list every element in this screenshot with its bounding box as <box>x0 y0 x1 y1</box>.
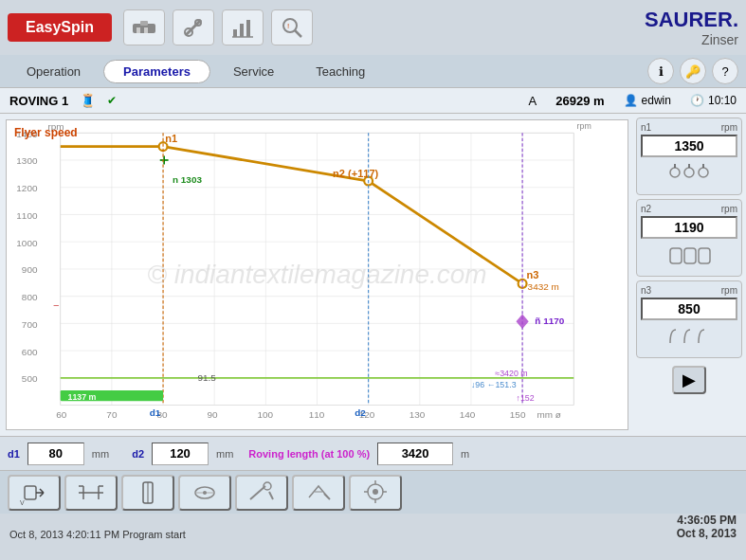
svg-line-109 <box>250 486 265 499</box>
n1-value[interactable]: 1350 <box>641 135 737 157</box>
header-icons: ! <box>123 9 313 45</box>
status-mid: A 26929 m 👤 edwin 🕐 10:10 <box>529 94 737 108</box>
svg-text:n3: n3 <box>527 269 539 280</box>
d1-unit: mm <box>92 448 109 460</box>
svg-rect-97 <box>25 486 36 499</box>
svg-text:1000: 1000 <box>16 238 38 248</box>
header-icon-tool[interactable] <box>173 9 214 45</box>
n3-icon <box>641 322 737 353</box>
clock-icon: 🕐 <box>690 94 704 107</box>
svg-text:70: 70 <box>106 409 118 420</box>
footer-time: 4:36:05 PM <box>677 514 737 527</box>
header: EasySpin ! SAURER. Zinser <box>0 0 746 55</box>
bottom-toolbar: V <box>0 470 746 514</box>
toolbar-btn-4[interactable] <box>178 475 231 511</box>
toolbar-btn-7[interactable] <box>349 475 402 511</box>
svg-rect-2 <box>144 27 148 33</box>
toolbar-btn-1[interactable]: V <box>8 475 61 511</box>
roving-icon: 🧵 <box>80 93 96 108</box>
roving-length-label: Roving length (at 100 %) <box>248 448 370 460</box>
roving-length-input[interactable] <box>377 443 453 465</box>
svg-text:ñ 1170: ñ 1170 <box>535 316 564 326</box>
svg-text:n 1303: n 1303 <box>173 174 202 185</box>
svg-rect-1 <box>136 27 140 33</box>
main-content: Flyer speed © indiantextilemagazine.com <box>0 114 746 436</box>
svg-text:n2 (+117): n2 (+117) <box>333 168 379 179</box>
n3-value[interactable]: 850 <box>641 298 737 320</box>
n1-label: n1 <box>641 122 651 133</box>
svg-text:1137 m: 1137 m <box>67 392 96 402</box>
key-icon-btn[interactable]: 🔑 <box>680 58 706 84</box>
svg-text:rpm: rpm <box>577 121 591 131</box>
toolbar-btn-3[interactable] <box>121 475 174 511</box>
n3-label-row: n3 rpm <box>641 285 737 296</box>
app-logo: EasySpin <box>8 13 112 42</box>
user-icon: 👤 <box>624 94 638 107</box>
svg-text:900: 900 <box>22 264 38 275</box>
chart-area: Flyer speed © indiantextilemagazine.com <box>6 119 628 430</box>
toolbar-btn-5[interactable] <box>235 475 288 511</box>
svg-rect-96 <box>699 248 710 263</box>
status-time: 🕐 10:10 <box>690 94 737 107</box>
n2-icon <box>641 241 737 272</box>
svg-point-108 <box>203 491 207 495</box>
n1-group: n1 rpm 1350 <box>636 117 742 195</box>
svg-point-114 <box>373 489 378 495</box>
svg-text:90: 90 <box>207 409 218 420</box>
svg-rect-94 <box>670 248 682 263</box>
n1-unit: rpm <box>721 122 737 133</box>
svg-line-4 <box>186 20 201 35</box>
svg-text:60: 60 <box>56 409 67 420</box>
svg-text:n1: n1 <box>165 133 177 144</box>
chart-svg: 1400 1300 1200 1100 1000 900 800 700 600… <box>7 120 628 429</box>
svg-text:150: 150 <box>510 409 526 420</box>
status-check-icon: ✔ <box>107 94 117 107</box>
tab-teaching[interactable]: Teaching <box>297 61 384 82</box>
status-user: 👤 edwin <box>624 94 671 107</box>
username: edwin <box>642 94 671 107</box>
svg-text:1300: 1300 <box>16 155 38 166</box>
svg-point-88 <box>670 168 680 177</box>
header-icon-chart[interactable] <box>222 9 264 45</box>
time-value: 10:10 <box>708 94 737 107</box>
footer-log: Oct 8, 2013 4:20:11 PM Program start <box>9 529 186 540</box>
status-letter: A <box>529 94 537 108</box>
help-icon-btn[interactable]: ? <box>712 58 738 84</box>
svg-text:d2: d2 <box>355 407 366 418</box>
tab-parameters[interactable]: Parameters <box>103 60 210 83</box>
next-arrow-button[interactable]: ▶ <box>672 366 706 394</box>
svg-text:V: V <box>20 499 25 506</box>
right-panel: n1 rpm 1350 n2 rpm 1190 <box>632 114 746 436</box>
svg-text:800: 800 <box>22 292 38 302</box>
svg-point-90 <box>699 168 708 177</box>
d2-label: d2 <box>132 448 144 460</box>
n3-unit: rpm <box>721 285 737 296</box>
svg-text:!: ! <box>287 22 289 30</box>
n2-label-row: n2 rpm <box>641 204 737 214</box>
n3-label: n3 <box>641 285 651 296</box>
tab-operation[interactable]: Operation <box>8 61 100 82</box>
input-row: d1 mm d2 mm Roving length (at 100 %) m <box>0 436 746 470</box>
d2-input[interactable] <box>152 443 209 465</box>
svg-text:1100: 1100 <box>16 210 38 221</box>
n1-label-row: n1 rpm <box>641 122 737 133</box>
svg-point-11 <box>283 19 297 32</box>
toolbar-btn-2[interactable] <box>64 475 118 511</box>
d2-unit: mm <box>216 448 233 460</box>
saurer-logo: SAURER. Zinser <box>645 8 738 47</box>
header-icon-machine[interactable] <box>123 9 165 45</box>
n2-label: n2 <box>641 204 651 214</box>
n2-value[interactable]: 1190 <box>641 216 737 239</box>
svg-rect-3 <box>140 21 148 26</box>
status-bar: ROVING 1 🧵 ✔ A 26929 m 👤 edwin 🕐 10:10 <box>0 87 746 114</box>
svg-text:600: 600 <box>22 347 38 357</box>
svg-text:−: − <box>53 299 59 311</box>
tab-service[interactable]: Service <box>214 61 293 82</box>
svg-text:↓96 ←151.3: ↓96 ←151.3 <box>471 380 517 389</box>
info-icon-btn[interactable]: ℹ <box>647 58 674 84</box>
svg-point-89 <box>684 168 694 177</box>
d1-input[interactable] <box>27 443 84 465</box>
header-icon-search[interactable]: ! <box>271 9 313 45</box>
svg-rect-7 <box>233 29 237 37</box>
toolbar-btn-6[interactable] <box>292 475 345 511</box>
